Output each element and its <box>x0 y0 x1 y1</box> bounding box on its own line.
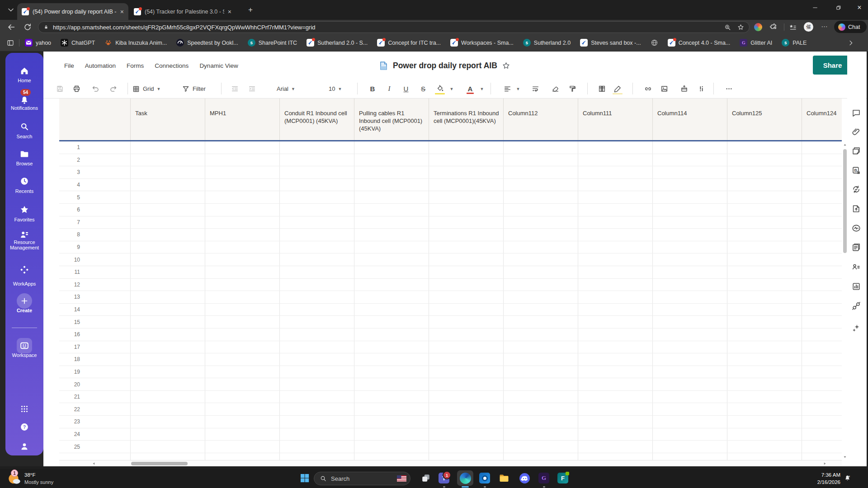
grid-cell[interactable] <box>802 291 842 303</box>
grid-cell[interactable] <box>727 141 802 154</box>
grid-cell[interactable] <box>280 291 354 303</box>
fill-color-button[interactable] <box>433 83 447 95</box>
grid-cell[interactable] <box>131 166 205 178</box>
favorites-icon[interactable] <box>788 23 797 32</box>
grid-cell[interactable] <box>205 266 280 278</box>
grid-cell[interactable] <box>578 316 653 328</box>
grid-cell[interactable] <box>205 229 280 241</box>
grid-cell[interactable] <box>131 341 205 353</box>
grid-cell[interactable] <box>578 179 653 191</box>
grid-cell[interactable] <box>280 366 354 378</box>
grid-cell[interactable] <box>205 366 280 378</box>
grid-cell[interactable] <box>653 366 727 378</box>
bookmark-item[interactable]: sPALE <box>782 39 807 47</box>
grid-cell[interactable] <box>504 216 578 229</box>
grid-cell[interactable] <box>504 279 578 291</box>
grid-cell[interactable] <box>653 441 727 453</box>
grid-cell[interactable] <box>578 366 653 378</box>
grid-cell[interactable] <box>504 353 578 366</box>
grid-cell[interactable] <box>354 154 429 166</box>
grid-cell[interactable] <box>802 179 842 191</box>
grid-cell[interactable] <box>205 441 280 453</box>
grid-cell[interactable] <box>653 191 727 203</box>
grid-cell[interactable] <box>504 266 578 278</box>
grid-cell[interactable] <box>578 391 653 403</box>
grid-cell[interactable] <box>354 366 429 378</box>
grid-cell[interactable] <box>354 403 429 415</box>
grid-cell[interactable] <box>727 428 802 441</box>
grid-cell[interactable] <box>653 328 727 341</box>
horizontal-scroll-thumb[interactable] <box>131 462 188 465</box>
grid-cell[interactable] <box>280 241 354 253</box>
window-restore-button[interactable] <box>831 2 846 14</box>
row-number[interactable]: 24 <box>59 428 131 441</box>
row-number[interactable]: 11 <box>59 266 131 278</box>
bookmark-item[interactable]: sSutherland 2.0 <box>523 39 571 47</box>
grid-cell[interactable] <box>131 416 205 428</box>
grid-cell[interactable] <box>802 166 842 178</box>
grid-cell[interactable] <box>802 253 842 266</box>
grid-cell[interactable] <box>727 403 802 415</box>
grid-cell[interactable] <box>354 191 429 203</box>
tab-close-icon[interactable]: × <box>228 8 231 15</box>
grid-cell[interactable] <box>727 416 802 428</box>
row-number[interactable]: 13 <box>59 291 131 303</box>
grid-cell[interactable] <box>653 378 727 390</box>
grid-cell[interactable] <box>727 191 802 203</box>
grid-cell[interactable] <box>131 154 205 166</box>
grid-cell[interactable] <box>205 291 280 303</box>
grid-cell[interactable] <box>131 279 205 291</box>
window-close-button[interactable]: × <box>852 2 867 14</box>
bookmark-item[interactable]: Speedtest by Ookl... <box>176 39 238 47</box>
grid-cell[interactable] <box>727 279 802 291</box>
scroll-up-icon[interactable] <box>843 143 847 147</box>
bookmark-item[interactable]: Steves sand box -... <box>580 39 641 47</box>
grid-cell[interactable] <box>504 253 578 266</box>
bookmark-item[interactable]: Kiba Inuzuka Anim... <box>104 39 167 47</box>
grid-cell[interactable] <box>280 204 354 216</box>
grid-cell[interactable] <box>504 441 578 453</box>
italic-button[interactable]: I <box>382 83 396 95</box>
taskbar-clock[interactable]: 7:36 AM 2/16/2026 <box>817 471 840 486</box>
grid-cell[interactable] <box>280 253 354 266</box>
grid-cell[interactable] <box>280 428 354 441</box>
grid-cell[interactable] <box>205 353 280 366</box>
grid-cell[interactable] <box>205 279 280 291</box>
baseline-button[interactable] <box>694 83 708 95</box>
grid-cell[interactable] <box>131 366 205 378</box>
grid-cell[interactable] <box>429 403 504 415</box>
grid-cell[interactable] <box>280 441 354 453</box>
task-view-button[interactable] <box>420 472 432 484</box>
grid-cell[interactable] <box>802 391 842 403</box>
column-header[interactable]: Column114 <box>653 99 727 140</box>
grid-cell[interactable] <box>504 428 578 441</box>
menu-item-dynamic-view[interactable]: Dynamic View <box>199 62 238 69</box>
grid-cell[interactable] <box>504 316 578 328</box>
grid-cell[interactable] <box>131 179 205 191</box>
grid-cell[interactable] <box>653 216 727 229</box>
grid-cell[interactable] <box>802 216 842 229</box>
view-selector[interactable]: Grid ▼ <box>132 83 160 95</box>
strikethrough-button[interactable]: S <box>416 83 430 95</box>
grid-cell[interactable] <box>280 453 354 460</box>
ai-assistant-icon[interactable] <box>851 323 861 333</box>
grid-cell[interactable] <box>802 241 842 253</box>
grid-cell[interactable] <box>802 141 842 154</box>
help-icon[interactable]: ? <box>19 422 29 432</box>
activity-log-icon[interactable] <box>851 223 861 233</box>
bold-button[interactable]: B <box>366 83 379 95</box>
grid-cell[interactable] <box>727 453 802 460</box>
notification-bell-icon[interactable]: z <box>844 474 851 482</box>
grid-cell[interactable] <box>429 378 504 390</box>
grid-cell[interactable] <box>205 204 280 216</box>
grid-cell[interactable] <box>131 291 205 303</box>
new-tab-button[interactable]: + <box>245 5 256 15</box>
undo-button[interactable] <box>89 83 102 95</box>
grid-cell[interactable] <box>653 241 727 253</box>
grid-cell[interactable] <box>727 441 802 453</box>
indent-button[interactable] <box>245 83 259 95</box>
grid-cell[interactable] <box>280 353 354 366</box>
grid-cell[interactable] <box>131 353 205 366</box>
sidebar-item-workspace[interactable] <box>17 338 32 353</box>
grid-cell[interactable] <box>504 453 578 460</box>
